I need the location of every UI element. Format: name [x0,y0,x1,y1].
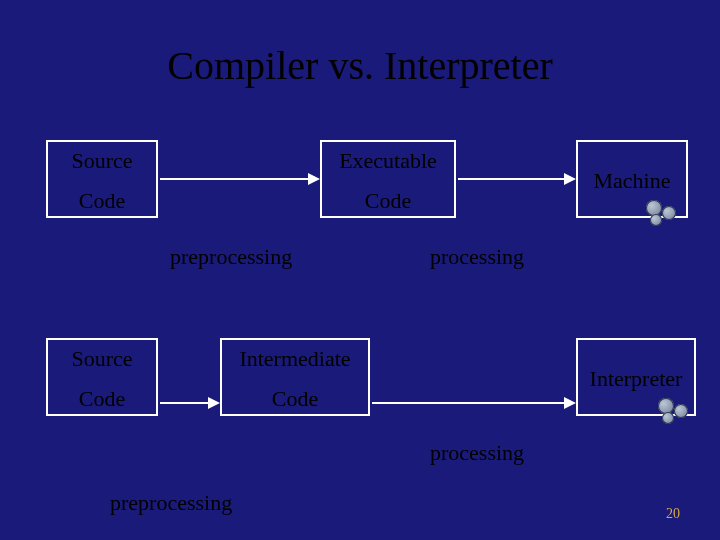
label-preprocessing-top: preprocessing [170,244,292,270]
label-preprocessing-bottom: preprocessing [110,490,232,516]
text-code: Code [322,188,454,214]
box-intermediate-code: Intermediate Code [220,338,370,416]
page-number: 20 [666,506,680,522]
box-source-code-bottom: Source Code [46,338,158,416]
text-code: Code [48,386,156,412]
gears-icon [656,396,692,426]
label-processing-bottom: processing [430,440,524,466]
text-interpreter: Interpreter [590,366,683,391]
arrow-head [208,397,220,409]
slide-title: Compiler vs. Interpreter [0,42,720,89]
text-source: Source [48,346,156,372]
arrow-head [564,173,576,185]
text-machine: Machine [594,168,671,193]
arrow-preprocessing-top [160,178,308,180]
box-source-code-top: Source Code [46,140,158,218]
text-intermediate: Intermediate [222,346,368,372]
arrow-processing-top [458,178,564,180]
gears-icon [644,198,680,228]
text-code: Code [48,188,156,214]
arrow-processing-bottom [372,402,564,404]
label-processing-top: processing [430,244,524,270]
text-source: Source [48,148,156,174]
box-executable-code: Executable Code [320,140,456,218]
arrow-head [308,173,320,185]
text-executable: Executable [322,148,454,174]
text-code: Code [222,386,368,412]
arrow-head [564,397,576,409]
arrow-preprocessing-bottom [160,402,208,404]
